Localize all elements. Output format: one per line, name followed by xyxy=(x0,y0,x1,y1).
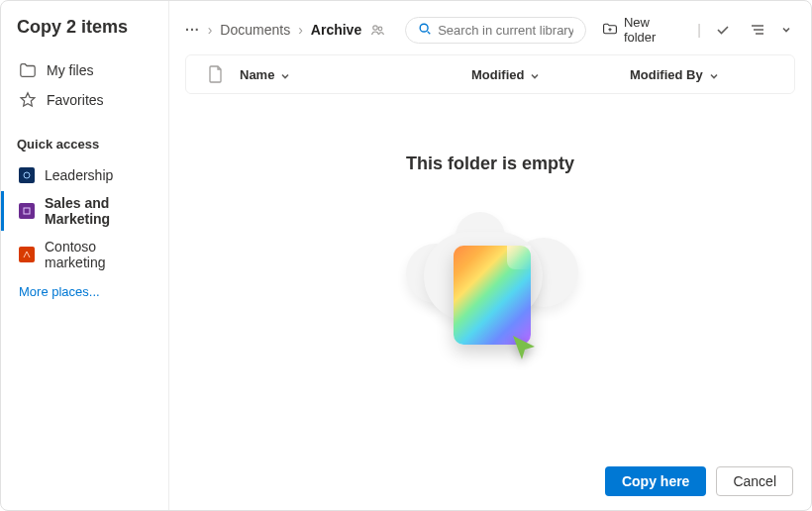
quick-access-contoso-marketing[interactable]: Contoso marketing xyxy=(15,233,160,276)
nav-my-files[interactable]: My files xyxy=(15,55,160,85)
search-input[interactable] xyxy=(438,23,573,38)
nav-label: My files xyxy=(47,62,93,78)
column-label: Modified By xyxy=(630,67,703,82)
chevron-down-icon xyxy=(280,69,290,79)
cancel-button[interactable]: Cancel xyxy=(716,466,793,496)
svg-point-3 xyxy=(378,27,382,31)
table-header: Name Modified Modified By xyxy=(185,54,795,94)
quick-access-leadership[interactable]: Leadership xyxy=(15,161,160,189)
quick-access-label: Leadership xyxy=(45,167,113,183)
search-box[interactable] xyxy=(405,17,586,44)
view-options-button[interactable] xyxy=(746,17,770,43)
cursor-icon xyxy=(509,333,539,362)
more-places-link[interactable]: More places... xyxy=(15,276,160,307)
file-type-column-icon[interactable] xyxy=(192,65,240,83)
sidebar: Copy 2 items My files Favorites Quick ac… xyxy=(1,1,169,510)
new-folder-label: New folder xyxy=(624,15,681,45)
column-modified[interactable]: Modified xyxy=(471,67,630,82)
dialog-footer: Copy here Cancel xyxy=(169,453,811,510)
chevron-down-icon[interactable] xyxy=(780,17,793,43)
column-name[interactable]: Name xyxy=(240,67,471,82)
quick-access-label: Sales and Marketing xyxy=(45,195,156,227)
site-icon xyxy=(19,203,35,219)
quick-access-heading: Quick access xyxy=(17,137,160,152)
copy-here-button[interactable]: Copy here xyxy=(605,466,706,496)
main-panel: ··· › Documents › Archive New folder | xyxy=(169,1,811,510)
breadcrumb: ··· › Documents › Archive xyxy=(185,22,385,38)
chevron-right-icon: › xyxy=(298,22,303,38)
nav-favorites[interactable]: Favorites xyxy=(15,85,160,115)
search-icon xyxy=(418,22,432,39)
checkmark-button[interactable] xyxy=(711,17,736,43)
quick-access-sales-marketing[interactable]: Sales and Marketing xyxy=(15,189,160,233)
dialog-title: Copy 2 items xyxy=(15,17,160,38)
svg-point-0 xyxy=(24,172,30,178)
breadcrumb-overflow[interactable]: ··· xyxy=(185,22,200,38)
empty-state: This folder is empty xyxy=(169,94,811,453)
svg-rect-1 xyxy=(24,208,30,214)
quick-access-label: Contoso marketing xyxy=(45,239,156,270)
chevron-right-icon: › xyxy=(208,22,213,38)
new-folder-icon xyxy=(602,21,618,40)
chevron-down-icon xyxy=(530,69,540,79)
star-icon xyxy=(19,91,37,109)
chevron-down-icon xyxy=(709,69,719,79)
new-folder-button[interactable]: New folder xyxy=(596,15,687,45)
breadcrumb-archive[interactable]: Archive xyxy=(311,22,361,38)
nav-label: Favorites xyxy=(47,92,104,108)
site-icon xyxy=(19,167,35,183)
site-icon xyxy=(19,247,35,262)
column-label: Name xyxy=(240,67,274,82)
svg-point-4 xyxy=(420,24,428,32)
folder-icon xyxy=(19,61,37,79)
breadcrumb-documents[interactable]: Documents xyxy=(220,22,290,38)
people-icon[interactable] xyxy=(369,22,385,38)
svg-point-2 xyxy=(373,26,377,30)
topbar: ··· › Documents › Archive New folder | xyxy=(169,1,811,54)
empty-state-title: This folder is empty xyxy=(406,153,574,174)
empty-state-illustration xyxy=(406,198,574,366)
column-modified-by[interactable]: Modified By xyxy=(630,67,788,82)
column-label: Modified xyxy=(471,67,524,82)
